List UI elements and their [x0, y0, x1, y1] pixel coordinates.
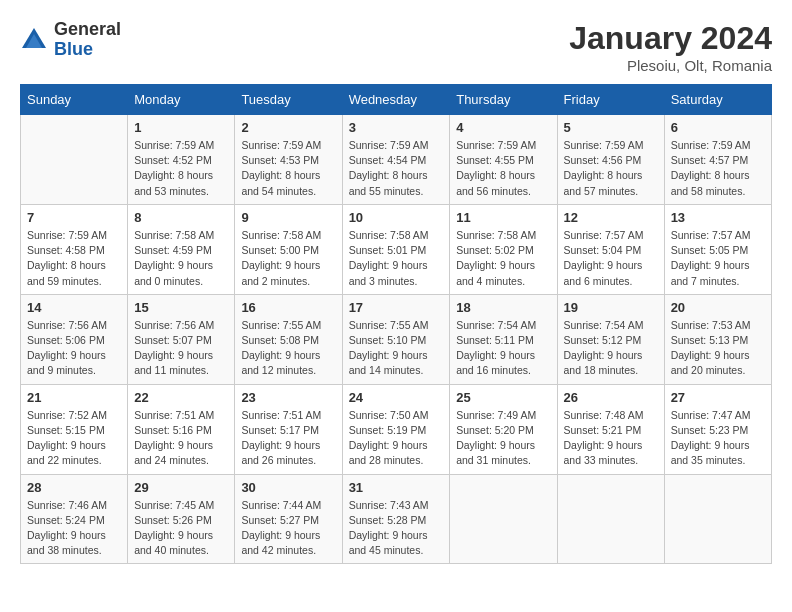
day-number: 30 — [241, 480, 335, 495]
calendar-cell — [664, 474, 771, 564]
calendar-cell: 6Sunrise: 7:59 AM Sunset: 4:57 PM Daylig… — [664, 115, 771, 205]
calendar-cell: 13Sunrise: 7:57 AM Sunset: 5:05 PM Dayli… — [664, 204, 771, 294]
day-info: Sunrise: 7:59 AM Sunset: 4:55 PM Dayligh… — [456, 138, 550, 199]
calendar-cell: 30Sunrise: 7:44 AM Sunset: 5:27 PM Dayli… — [235, 474, 342, 564]
page-header: General Blue January 2024 Plesoiu, Olt, … — [20, 20, 772, 74]
day-number: 29 — [134, 480, 228, 495]
col-header-tuesday: Tuesday — [235, 85, 342, 115]
logo-blue-text: Blue — [54, 40, 121, 60]
logo-icon — [20, 26, 48, 54]
day-info: Sunrise: 7:58 AM Sunset: 5:00 PM Dayligh… — [241, 228, 335, 289]
day-info: Sunrise: 7:55 AM Sunset: 5:08 PM Dayligh… — [241, 318, 335, 379]
day-info: Sunrise: 7:57 AM Sunset: 5:05 PM Dayligh… — [671, 228, 765, 289]
col-header-saturday: Saturday — [664, 85, 771, 115]
location-subtitle: Plesoiu, Olt, Romania — [569, 57, 772, 74]
calendar-cell: 14Sunrise: 7:56 AM Sunset: 5:06 PM Dayli… — [21, 294, 128, 384]
day-info: Sunrise: 7:57 AM Sunset: 5:04 PM Dayligh… — [564, 228, 658, 289]
day-info: Sunrise: 7:49 AM Sunset: 5:20 PM Dayligh… — [456, 408, 550, 469]
day-info: Sunrise: 7:56 AM Sunset: 5:07 PM Dayligh… — [134, 318, 228, 379]
day-number: 6 — [671, 120, 765, 135]
calendar-cell: 28Sunrise: 7:46 AM Sunset: 5:24 PM Dayli… — [21, 474, 128, 564]
day-info: Sunrise: 7:52 AM Sunset: 5:15 PM Dayligh… — [27, 408, 121, 469]
logo-text: General Blue — [54, 20, 121, 60]
day-info: Sunrise: 7:59 AM Sunset: 4:58 PM Dayligh… — [27, 228, 121, 289]
day-info: Sunrise: 7:58 AM Sunset: 5:02 PM Dayligh… — [456, 228, 550, 289]
day-number: 1 — [134, 120, 228, 135]
calendar-cell: 26Sunrise: 7:48 AM Sunset: 5:21 PM Dayli… — [557, 384, 664, 474]
calendar-cell: 20Sunrise: 7:53 AM Sunset: 5:13 PM Dayli… — [664, 294, 771, 384]
day-number: 19 — [564, 300, 658, 315]
day-info: Sunrise: 7:54 AM Sunset: 5:12 PM Dayligh… — [564, 318, 658, 379]
day-info: Sunrise: 7:58 AM Sunset: 4:59 PM Dayligh… — [134, 228, 228, 289]
day-info: Sunrise: 7:58 AM Sunset: 5:01 PM Dayligh… — [349, 228, 444, 289]
day-info: Sunrise: 7:51 AM Sunset: 5:17 PM Dayligh… — [241, 408, 335, 469]
day-number: 4 — [456, 120, 550, 135]
calendar-table: SundayMondayTuesdayWednesdayThursdayFrid… — [20, 84, 772, 564]
header-row: SundayMondayTuesdayWednesdayThursdayFrid… — [21, 85, 772, 115]
day-number: 10 — [349, 210, 444, 225]
calendar-cell: 31Sunrise: 7:43 AM Sunset: 5:28 PM Dayli… — [342, 474, 450, 564]
calendar-cell: 15Sunrise: 7:56 AM Sunset: 5:07 PM Dayli… — [128, 294, 235, 384]
week-row-1: 1Sunrise: 7:59 AM Sunset: 4:52 PM Daylig… — [21, 115, 772, 205]
day-info: Sunrise: 7:54 AM Sunset: 5:11 PM Dayligh… — [456, 318, 550, 379]
calendar-cell: 10Sunrise: 7:58 AM Sunset: 5:01 PM Dayli… — [342, 204, 450, 294]
day-number: 3 — [349, 120, 444, 135]
day-number: 5 — [564, 120, 658, 135]
day-info: Sunrise: 7:59 AM Sunset: 4:54 PM Dayligh… — [349, 138, 444, 199]
day-info: Sunrise: 7:59 AM Sunset: 4:53 PM Dayligh… — [241, 138, 335, 199]
day-info: Sunrise: 7:43 AM Sunset: 5:28 PM Dayligh… — [349, 498, 444, 559]
day-info: Sunrise: 7:53 AM Sunset: 5:13 PM Dayligh… — [671, 318, 765, 379]
day-number: 14 — [27, 300, 121, 315]
day-number: 28 — [27, 480, 121, 495]
col-header-monday: Monday — [128, 85, 235, 115]
calendar-cell: 9Sunrise: 7:58 AM Sunset: 5:00 PM Daylig… — [235, 204, 342, 294]
day-number: 24 — [349, 390, 444, 405]
logo-general-text: General — [54, 20, 121, 40]
week-row-4: 21Sunrise: 7:52 AM Sunset: 5:15 PM Dayli… — [21, 384, 772, 474]
day-info: Sunrise: 7:55 AM Sunset: 5:10 PM Dayligh… — [349, 318, 444, 379]
day-number: 15 — [134, 300, 228, 315]
day-number: 31 — [349, 480, 444, 495]
day-number: 9 — [241, 210, 335, 225]
day-number: 11 — [456, 210, 550, 225]
calendar-cell: 12Sunrise: 7:57 AM Sunset: 5:04 PM Dayli… — [557, 204, 664, 294]
title-block: January 2024 Plesoiu, Olt, Romania — [569, 20, 772, 74]
day-number: 20 — [671, 300, 765, 315]
day-info: Sunrise: 7:51 AM Sunset: 5:16 PM Dayligh… — [134, 408, 228, 469]
calendar-cell: 3Sunrise: 7:59 AM Sunset: 4:54 PM Daylig… — [342, 115, 450, 205]
calendar-cell — [557, 474, 664, 564]
week-row-5: 28Sunrise: 7:46 AM Sunset: 5:24 PM Dayli… — [21, 474, 772, 564]
day-number: 26 — [564, 390, 658, 405]
calendar-cell: 16Sunrise: 7:55 AM Sunset: 5:08 PM Dayli… — [235, 294, 342, 384]
day-info: Sunrise: 7:48 AM Sunset: 5:21 PM Dayligh… — [564, 408, 658, 469]
calendar-cell: 25Sunrise: 7:49 AM Sunset: 5:20 PM Dayli… — [450, 384, 557, 474]
calendar-cell: 27Sunrise: 7:47 AM Sunset: 5:23 PM Dayli… — [664, 384, 771, 474]
calendar-cell: 18Sunrise: 7:54 AM Sunset: 5:11 PM Dayli… — [450, 294, 557, 384]
calendar-cell: 21Sunrise: 7:52 AM Sunset: 5:15 PM Dayli… — [21, 384, 128, 474]
calendar-cell: 4Sunrise: 7:59 AM Sunset: 4:55 PM Daylig… — [450, 115, 557, 205]
logo: General Blue — [20, 20, 121, 60]
month-year-title: January 2024 — [569, 20, 772, 57]
calendar-cell: 1Sunrise: 7:59 AM Sunset: 4:52 PM Daylig… — [128, 115, 235, 205]
calendar-cell — [21, 115, 128, 205]
day-info: Sunrise: 7:56 AM Sunset: 5:06 PM Dayligh… — [27, 318, 121, 379]
day-number: 12 — [564, 210, 658, 225]
calendar-cell: 24Sunrise: 7:50 AM Sunset: 5:19 PM Dayli… — [342, 384, 450, 474]
day-number: 18 — [456, 300, 550, 315]
calendar-cell: 11Sunrise: 7:58 AM Sunset: 5:02 PM Dayli… — [450, 204, 557, 294]
day-number: 7 — [27, 210, 121, 225]
day-number: 21 — [27, 390, 121, 405]
day-info: Sunrise: 7:59 AM Sunset: 4:52 PM Dayligh… — [134, 138, 228, 199]
calendar-cell: 29Sunrise: 7:45 AM Sunset: 5:26 PM Dayli… — [128, 474, 235, 564]
day-info: Sunrise: 7:59 AM Sunset: 4:57 PM Dayligh… — [671, 138, 765, 199]
day-info: Sunrise: 7:50 AM Sunset: 5:19 PM Dayligh… — [349, 408, 444, 469]
day-number: 27 — [671, 390, 765, 405]
calendar-cell: 2Sunrise: 7:59 AM Sunset: 4:53 PM Daylig… — [235, 115, 342, 205]
week-row-2: 7Sunrise: 7:59 AM Sunset: 4:58 PM Daylig… — [21, 204, 772, 294]
col-header-sunday: Sunday — [21, 85, 128, 115]
day-info: Sunrise: 7:47 AM Sunset: 5:23 PM Dayligh… — [671, 408, 765, 469]
calendar-cell: 19Sunrise: 7:54 AM Sunset: 5:12 PM Dayli… — [557, 294, 664, 384]
day-number: 17 — [349, 300, 444, 315]
day-number: 2 — [241, 120, 335, 135]
day-info: Sunrise: 7:59 AM Sunset: 4:56 PM Dayligh… — [564, 138, 658, 199]
